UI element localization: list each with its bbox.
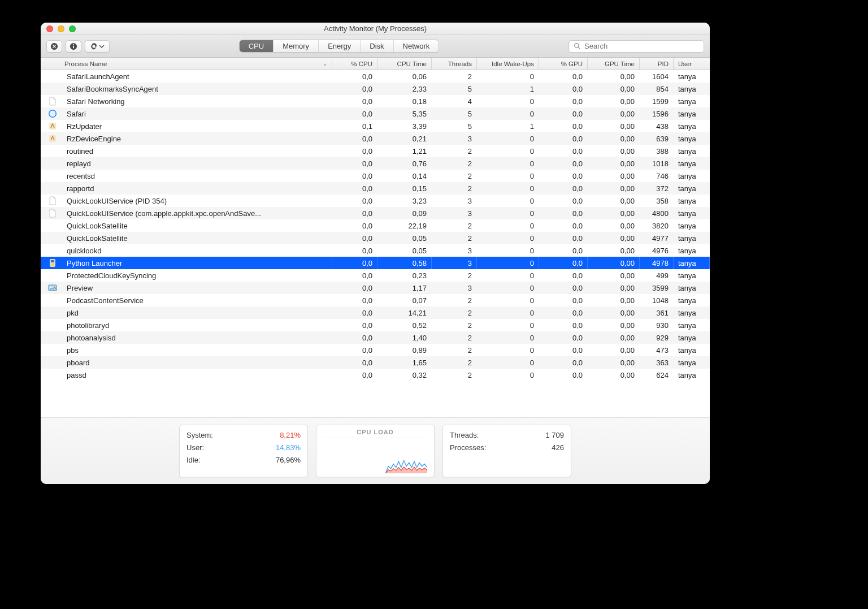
process-icon [41,282,64,294]
cell-idlewakeups: 0 [477,232,539,244]
process-table: Process Name ⌄ % CPU CPU Time Threads Id… [41,58,710,417]
cell-pid: 4976 [640,244,674,257]
search-field[interactable] [568,40,704,53]
column-header-cputime[interactable]: CPU Time [377,58,432,70]
system-value: 8,21% [280,431,301,439]
cell-pid: 499 [640,269,674,282]
process-icon [41,157,64,170]
process-icon [41,107,64,120]
cell-name: Python Launcher [64,257,332,269]
table-row[interactable]: photoanalysisd0,01,40200,00,00929tanya [41,331,710,344]
cell-user: tanya [674,331,710,344]
column-header-user[interactable]: User [674,58,710,70]
process-icon [41,145,64,157]
cell-name: pbs [64,344,332,356]
table-row[interactable]: PodcastContentService0,00,07200,00,00104… [41,294,710,306]
table-row[interactable]: ProtectedCloudKeySyncing0,00,23200,00,00… [41,269,710,282]
cell-gpu: 0,0 [539,257,588,269]
cell-gputime: 0,00 [588,195,640,207]
cell-name: recentsd [64,170,332,182]
cell-cpu: 0,0 [332,157,377,170]
process-icon [41,356,64,369]
cell-idlewakeups: 0 [477,244,539,257]
column-header-idlewakeups[interactable]: Idle Wake-Ups [477,58,539,70]
column-header-pid[interactable]: PID [640,58,674,70]
table-row[interactable]: Preview0,01,17300,00,003599tanya [41,282,710,294]
cell-gpu: 0,0 [539,369,588,381]
footer: System:8,21% User:14,83% Idle:76,96% CPU… [41,417,710,484]
table-header: Process Name ⌄ % CPU CPU Time Threads Id… [41,58,710,70]
tab-energy[interactable]: Energy [319,40,361,52]
table-row[interactable]: rapportd0,00,15200,00,00372tanya [41,182,710,195]
cell-pid: 624 [640,369,674,381]
cell-idlewakeups: 0 [477,207,539,219]
options-menu-button[interactable] [85,40,110,53]
tab-network[interactable]: Network [394,40,439,52]
table-row[interactable]: QuickLookSatellite0,00,05200,00,004977ta… [41,232,710,244]
cell-gpu: 0,0 [539,232,588,244]
table-row[interactable]: RzDeviceEngine0,00,21300,00,00639tanya [41,132,710,145]
cell-pid: 473 [640,344,674,356]
column-header-name[interactable]: Process Name ⌄ [64,58,332,70]
cell-user: tanya [674,157,710,170]
table-row[interactable]: pbs0,00,89200,00,00473tanya [41,344,710,356]
cell-gputime: 0,00 [588,207,640,219]
cell-idlewakeups: 0 [477,294,539,306]
zoom-window-button[interactable] [69,25,76,32]
cell-threads: 2 [432,369,477,381]
table-row[interactable]: pkd0,014,21200,00,00361tanya [41,306,710,319]
tab-memory[interactable]: Memory [274,40,319,52]
table-row[interactable]: QuickLookUIService (com.apple.appkit.xpc… [41,207,710,219]
close-window-button[interactable] [46,25,53,32]
cell-user: tanya [674,306,710,319]
table-row[interactable]: Safari Networking0,00,18400,00,001599tan… [41,95,710,107]
cell-name: Preview [64,282,332,294]
table-row[interactable]: passd0,00,32200,00,00624tanya [41,369,710,381]
tab-disk[interactable]: Disk [361,40,393,52]
table-row[interactable]: QuickLookUIService (PID 354)0,03,23300,0… [41,195,710,207]
column-header-gpu[interactable]: % GPU [539,58,588,70]
process-icon [41,132,64,145]
cell-idlewakeups: 0 [477,157,539,170]
cell-idlewakeups: 0 [477,369,539,381]
table-row[interactable]: quicklookd0,00,05300,00,004976tanya [41,244,710,257]
cell-threads: 3 [432,244,477,257]
cell-user: tanya [674,207,710,219]
table-body[interactable]: SafariLaunchAgent0,00,06200,00,001604tan… [41,70,710,417]
cell-cpu: 0,0 [332,319,377,331]
table-row[interactable]: recentsd0,00,14200,00,00746tanya [41,170,710,182]
table-row[interactable]: RzUpdater0,13,39510,00,00438tanya [41,120,710,132]
cell-user: tanya [674,83,710,95]
cell-cputime: 1,40 [377,331,432,344]
cell-gputime: 0,00 [588,331,640,344]
search-input[interactable] [584,42,699,50]
column-header-cpu[interactable]: % CPU [332,58,377,70]
table-row[interactable]: SafariLaunchAgent0,00,06200,00,001604tan… [41,70,710,83]
cell-threads: 3 [432,207,477,219]
cell-name: pkd [64,306,332,319]
cell-threads: 3 [432,257,477,269]
table-row[interactable]: replayd0,00,76200,00,001018tanya [41,157,710,170]
table-row[interactable]: routined0,01,21200,00,00388tanya [41,145,710,157]
process-icon [41,369,64,381]
table-row[interactable]: QuickLookSatellite0,022,19200,00,003820t… [41,219,710,232]
cell-cpu: 0,0 [332,257,377,269]
stop-process-button[interactable] [46,40,62,53]
table-row[interactable]: SafariBookmarksSyncAgent0,02,33510,00,00… [41,83,710,95]
table-row[interactable]: photolibraryd0,00,52200,00,00930tanya [41,319,710,331]
minimize-window-button[interactable] [58,25,64,32]
cell-gpu: 0,0 [539,294,588,306]
table-row[interactable]: Python Launcher0,00,58300,00,004978tanya [41,257,710,269]
table-row[interactable]: pboard0,01,65200,00,00363tanya [41,356,710,369]
cell-threads: 2 [432,269,477,282]
cell-cputime: 0,89 [377,344,432,356]
inspect-process-button[interactable] [66,40,81,53]
cell-gpu: 0,0 [539,145,588,157]
cell-cpu: 0,0 [332,107,377,120]
column-header-threads[interactable]: Threads [432,58,477,70]
column-header-gputime[interactable]: GPU Time [588,58,640,70]
counts-panel: Threads:1 709 Processes:426 [442,425,571,477]
svg-point-7 [50,111,56,117]
table-row[interactable]: Safari0,05,35500,00,001596tanya [41,107,710,120]
tab-cpu[interactable]: CPU [240,40,274,52]
